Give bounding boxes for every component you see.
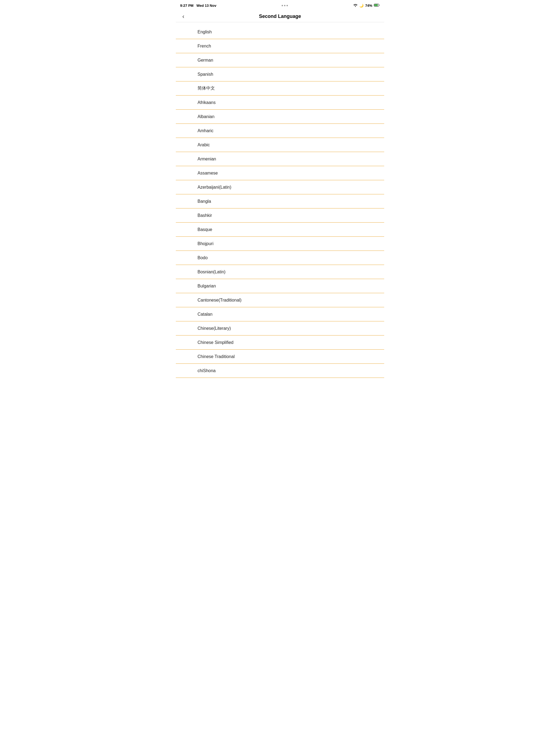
list-item[interactable]: Bodo	[176, 251, 384, 265]
language-name: German	[197, 58, 213, 63]
list-item[interactable]: Assamese	[176, 166, 384, 180]
language-name: Azerbaijani(Latin)	[197, 185, 232, 190]
list-item[interactable]: Chinese Simplified	[176, 335, 384, 350]
list-item[interactable]: Cantonese(Traditional)	[176, 293, 384, 307]
list-item[interactable]: German	[176, 53, 384, 67]
language-name: Arabic	[197, 143, 210, 147]
list-item[interactable]: Arabic	[176, 138, 384, 152]
language-name: Chinese Traditional	[197, 354, 235, 359]
navigation-bar: ‹ Second Language	[176, 11, 384, 22]
language-name: Amharic	[197, 128, 214, 133]
list-item[interactable]: Bulgarian	[176, 279, 384, 293]
status-bar: 9:27 PM Wed 13 Nov 🌙 74%	[176, 0, 384, 11]
list-item[interactable]: Amharic	[176, 124, 384, 138]
list-item[interactable]: Azerbaijani(Latin)	[176, 180, 384, 195]
list-item[interactable]: 简体中文	[176, 81, 384, 96]
dot-3	[287, 5, 288, 6]
language-name: Armenian	[197, 157, 216, 161]
wifi-icon	[353, 3, 357, 8]
page-title: Second Language	[259, 14, 301, 19]
list-item[interactable]: Bashkir	[176, 208, 384, 223]
language-name: Bhojpuri	[197, 241, 214, 246]
language-name: 简体中文	[197, 85, 215, 91]
status-time: 9:27 PM	[180, 3, 193, 8]
language-name: Bulgarian	[197, 284, 216, 288]
status-time-date: 9:27 PM Wed 13 Nov	[180, 3, 216, 8]
moon-icon: 🌙	[359, 3, 364, 8]
list-item[interactable]: French	[176, 39, 384, 53]
battery-percentage: 74%	[365, 3, 372, 8]
list-item[interactable]: English	[176, 25, 384, 39]
status-dots	[282, 5, 288, 6]
list-item[interactable]: Bangla	[176, 195, 384, 208]
language-name: Cantonese(Traditional)	[197, 298, 241, 303]
language-name: English	[197, 30, 212, 34]
language-name: Catalan	[197, 312, 212, 317]
list-item[interactable]: Spanish	[176, 67, 384, 81]
language-name: Afrikaans	[197, 100, 216, 105]
language-name: Bangla	[197, 199, 211, 204]
language-list: EnglishFrenchGermanSpanish简体中文AfrikaansA…	[176, 22, 384, 381]
language-name: chiShona	[197, 368, 216, 373]
list-item[interactable]: Bosnian(Latin)	[176, 265, 384, 279]
status-date: Wed 13 Nov	[196, 3, 216, 8]
back-button[interactable]: ‹	[180, 12, 186, 21]
language-name: Chinese Simplified	[197, 340, 234, 345]
language-name: French	[197, 44, 211, 49]
list-item[interactable]: Catalan	[176, 307, 384, 321]
list-item[interactable]: Chinese(Literary)	[176, 321, 384, 335]
list-item[interactable]: Basque	[176, 223, 384, 237]
language-name: Basque	[197, 227, 212, 232]
list-item[interactable]: Albanian	[176, 110, 384, 124]
language-name: Albanian	[197, 114, 214, 119]
language-name: Spanish	[197, 72, 213, 77]
language-name: Bashkir	[197, 213, 212, 218]
list-item[interactable]: Armenian	[176, 152, 384, 166]
status-icons: 🌙 74%	[353, 3, 380, 8]
dot-2	[284, 5, 286, 6]
list-item[interactable]: Bhojpuri	[176, 237, 384, 251]
list-item[interactable]: Afrikaans	[176, 96, 384, 110]
language-name: Bodo	[197, 255, 208, 260]
battery-icon	[374, 3, 380, 8]
svg-rect-1	[374, 4, 378, 6]
list-item[interactable]: Chinese Traditional	[176, 350, 384, 364]
language-name: Chinese(Literary)	[197, 326, 231, 331]
language-name: Bosnian(Latin)	[197, 269, 225, 275]
list-item[interactable]: chiShona	[176, 364, 384, 378]
language-name: Assamese	[197, 171, 218, 176]
dot-1	[282, 5, 283, 6]
